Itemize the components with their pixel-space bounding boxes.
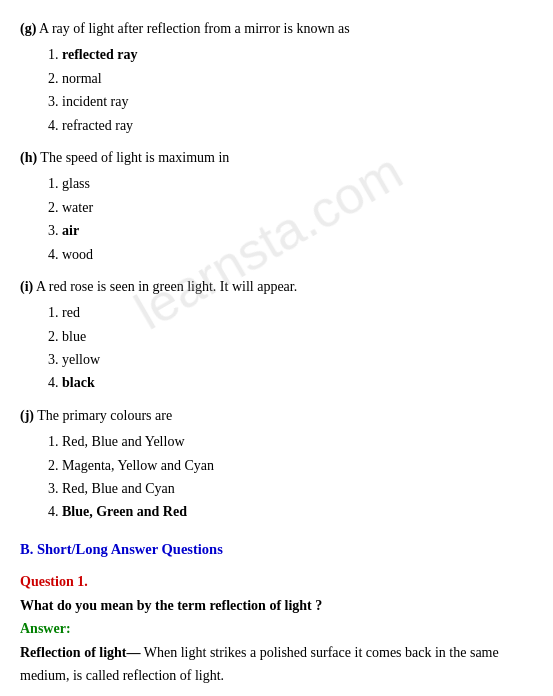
option-num: 3. — [48, 94, 59, 109]
question-j-options: 1. Red, Blue and Yellow 2. Magenta, Yell… — [48, 431, 533, 524]
option-text: water — [62, 200, 93, 215]
question-j-text: The primary colours are — [34, 408, 172, 423]
option-num: 3. — [48, 352, 59, 367]
option-text: blue — [62, 329, 86, 344]
question-j: (j) The primary colours are 1. Red, Blue… — [20, 405, 533, 524]
question-g-text: A ray of light after reflection from a m… — [36, 21, 349, 36]
section-b-header: B. Short/Long Answer Questions — [20, 538, 533, 561]
question-g-label: (g) — [20, 21, 36, 36]
option-text: Magenta, Yellow and Cyan — [62, 458, 214, 473]
list-item: 2. Magenta, Yellow and Cyan — [48, 455, 533, 477]
question-h: (h) The speed of light is maximum in 1. … — [20, 147, 533, 266]
answer-1-bold: Reflection of light— — [20, 645, 141, 660]
answer-1-text: Reflection of light— When light strikes … — [20, 642, 533, 687]
option-text: reflected ray — [62, 47, 138, 62]
list-item: 1. Red, Blue and Yellow — [48, 431, 533, 453]
option-num: 4. — [48, 118, 59, 133]
option-num: 1. — [48, 434, 59, 449]
option-text: yellow — [62, 352, 100, 367]
question-g-options: 1. reflected ray 2. normal 3. incident r… — [48, 44, 533, 137]
list-item: 4. Blue, Green and Red — [48, 501, 533, 523]
question-1-title: Question 1. — [20, 571, 533, 593]
list-item: 1. red — [48, 302, 533, 324]
option-num: 1. — [48, 305, 59, 320]
list-item: 4. wood — [48, 244, 533, 266]
question-j-label: (j) — [20, 408, 34, 423]
list-item: 4. refracted ray — [48, 115, 533, 137]
question-1-block: Question 1. What do you mean by the term… — [20, 571, 533, 687]
list-item: 2. blue — [48, 326, 533, 348]
option-text: normal — [62, 71, 102, 86]
option-text: Blue, Green and Red — [62, 504, 187, 519]
option-num: 1. — [48, 47, 59, 62]
list-item: 3. yellow — [48, 349, 533, 371]
list-item: 2. normal — [48, 68, 533, 90]
question-i: (i) A red rose is seen in green light. I… — [20, 276, 533, 395]
answer-1-label: Answer: — [20, 618, 533, 640]
question-h-text: The speed of light is maximum in — [37, 150, 229, 165]
question-1-text: What do you mean by the term reflection … — [20, 595, 533, 617]
option-num: 1. — [48, 176, 59, 191]
option-text: air — [62, 223, 79, 238]
list-item: 3. Red, Blue and Cyan — [48, 478, 533, 500]
option-text: wood — [62, 247, 93, 262]
option-num: 4. — [48, 375, 59, 390]
option-text: Red, Blue and Yellow — [62, 434, 185, 449]
option-text: red — [62, 305, 80, 320]
list-item: 3. incident ray — [48, 91, 533, 113]
question-i-text: A red rose is seen in green light. It wi… — [33, 279, 297, 294]
option-text: Red, Blue and Cyan — [62, 481, 175, 496]
list-item: 2. water — [48, 197, 533, 219]
option-num: 2. — [48, 71, 59, 86]
option-num: 3. — [48, 223, 59, 238]
option-text: black — [62, 375, 95, 390]
option-text: glass — [62, 176, 90, 191]
option-num: 3. — [48, 481, 59, 496]
option-num: 2. — [48, 458, 59, 473]
question-g: (g) A ray of light after reflection from… — [20, 18, 533, 137]
option-num: 2. — [48, 329, 59, 344]
question-h-options: 1. glass 2. water 3. air 4. wood — [48, 173, 533, 266]
option-num: 4. — [48, 247, 59, 262]
question-h-label: (h) — [20, 150, 37, 165]
list-item: 1. glass — [48, 173, 533, 195]
question-i-options: 1. red 2. blue 3. yellow 4. black — [48, 302, 533, 395]
list-item: 4. black — [48, 372, 533, 394]
option-text: refracted ray — [62, 118, 133, 133]
list-item: 1. reflected ray — [48, 44, 533, 66]
option-num: 4. — [48, 504, 59, 519]
list-item: 3. air — [48, 220, 533, 242]
option-num: 2. — [48, 200, 59, 215]
option-text: incident ray — [62, 94, 128, 109]
question-i-label: (i) — [20, 279, 33, 294]
